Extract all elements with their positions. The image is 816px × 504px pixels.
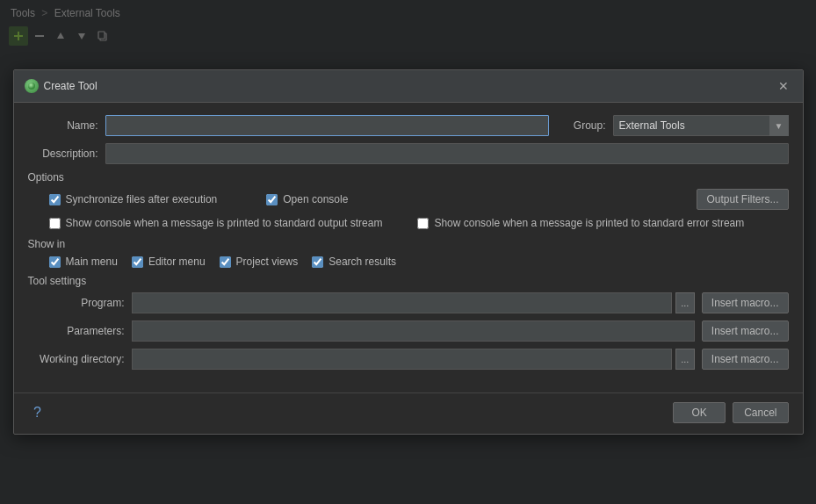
parameters-label: Parameters: <box>28 325 125 337</box>
program-input-wrapper: ... <box>132 292 695 313</box>
show-stderr-checkbox[interactable] <box>417 218 429 229</box>
help-button[interactable]: ? <box>28 403 47 422</box>
sync-files-checkbox-row: Synchronize files after execution <box>49 193 218 205</box>
dialog-title-bar: Create Tool ✕ <box>14 70 803 103</box>
program-label: Program: <box>28 297 125 309</box>
program-insert-macro-button[interactable]: Insert macro... <box>702 292 789 313</box>
parameters-input-wrapper <box>132 320 695 342</box>
editor-menu-label: Editor menu <box>148 256 206 268</box>
sync-files-checkbox[interactable] <box>49 194 61 205</box>
dialog-title-text: Create Tool <box>44 80 97 92</box>
main-menu-checkbox[interactable] <box>49 256 61 268</box>
dialog-title-left: Create Tool <box>25 79 97 93</box>
group-select[interactable]: External Tools <box>613 115 789 136</box>
program-input[interactable] <box>132 292 672 313</box>
description-row: Description: <box>28 143 789 164</box>
tool-settings-section-header: Tool settings <box>28 275 789 287</box>
dialog-icon <box>25 79 39 93</box>
parameters-insert-macro-button[interactable]: Insert macro... <box>702 320 789 342</box>
search-results-checkbox[interactable] <box>312 256 323 268</box>
footer-buttons: OK Cancel <box>673 402 788 423</box>
open-console-label: Open console <box>283 193 348 205</box>
svg-point-7 <box>28 83 35 90</box>
project-views-checkbox[interactable] <box>220 256 231 268</box>
parameters-row: Parameters: Insert macro... <box>28 320 789 342</box>
create-tool-dialog: Create Tool ✕ Name: Group: External Tool… <box>13 69 804 435</box>
show-stderr-label: Show console when a message is printed t… <box>434 217 744 229</box>
group-select-wrapper: External Tools ▼ <box>613 115 789 136</box>
search-results-checkbox-row: Search results <box>312 256 396 268</box>
name-input[interactable] <box>105 115 549 136</box>
working-directory-browse-button[interactable]: ... <box>675 349 695 370</box>
group-section: Group: External Tools ▼ <box>574 115 789 136</box>
project-views-label: Project views <box>236 256 299 268</box>
description-label: Description: <box>28 148 98 160</box>
dialog-close-button[interactable]: ✕ <box>775 77 792 95</box>
show-stdout-label: Show console when a message is printed t… <box>66 217 383 229</box>
show-stdout-checkbox-row: Show console when a message is printed t… <box>49 217 383 229</box>
options-section-header: Options <box>28 171 789 184</box>
editor-menu-checkbox[interactable] <box>132 256 143 268</box>
show-stdout-checkbox[interactable] <box>49 218 61 229</box>
tool-settings: Program: ... Insert macro... Parameters: <box>28 292 789 370</box>
show-in-row: Main menu Editor menu Project views Sear… <box>28 256 789 268</box>
dialog-footer: ? OK Cancel <box>14 392 803 434</box>
name-group-row: Name: Group: External Tools ▼ <box>28 115 789 136</box>
parameters-input[interactable] <box>132 320 695 342</box>
output-filters-button[interactable]: Output Filters... <box>697 189 788 210</box>
show-stderr-checkbox-row: Show console when a message is printed t… <box>417 217 744 229</box>
ok-button[interactable]: OK <box>673 402 726 423</box>
dialog-overlay: Create Tool ✕ Name: Group: External Tool… <box>0 0 816 504</box>
main-menu-checkbox-row: Main menu <box>49 256 118 268</box>
working-directory-input-wrapper: ... <box>132 349 695 370</box>
group-label: Group: <box>574 119 606 132</box>
project-views-checkbox-row: Project views <box>220 256 299 268</box>
program-row: Program: ... Insert macro... <box>28 292 789 313</box>
editor-menu-checkbox-row: Editor menu <box>132 256 206 268</box>
name-label: Name: <box>28 119 98 132</box>
sync-files-label: Synchronize files after execution <box>66 193 218 205</box>
working-directory-insert-macro-button[interactable]: Insert macro... <box>702 349 789 370</box>
cancel-button[interactable]: Cancel <box>733 402 788 423</box>
main-menu-label: Main menu <box>66 256 118 268</box>
program-browse-button[interactable]: ... <box>675 292 695 313</box>
dialog-body: Name: Group: External Tools ▼ Descriptio… <box>14 103 803 389</box>
working-directory-label: Working directory: <box>28 353 125 365</box>
working-directory-input[interactable] <box>132 349 672 370</box>
open-console-checkbox[interactable] <box>266 194 278 205</box>
description-input[interactable] <box>105 143 789 164</box>
open-console-checkbox-row: Open console <box>266 193 348 205</box>
working-directory-row: Working directory: ... Insert macro... <box>28 349 789 370</box>
search-results-label: Search results <box>329 256 396 268</box>
show-in-section-header: Show in <box>28 238 789 250</box>
